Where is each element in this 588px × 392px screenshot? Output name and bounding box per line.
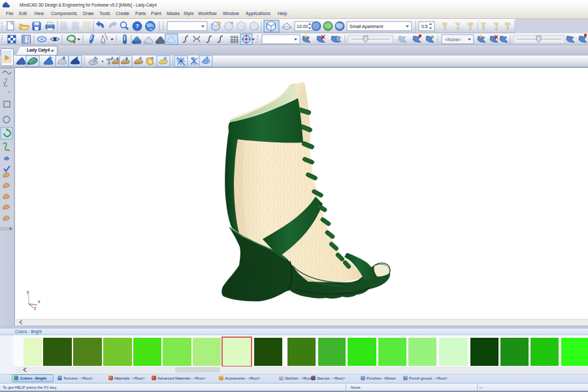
svg-text:y: y <box>27 289 29 295</box>
svg-text:z: z <box>34 306 37 310</box>
svg-text:x: x <box>38 299 41 304</box>
